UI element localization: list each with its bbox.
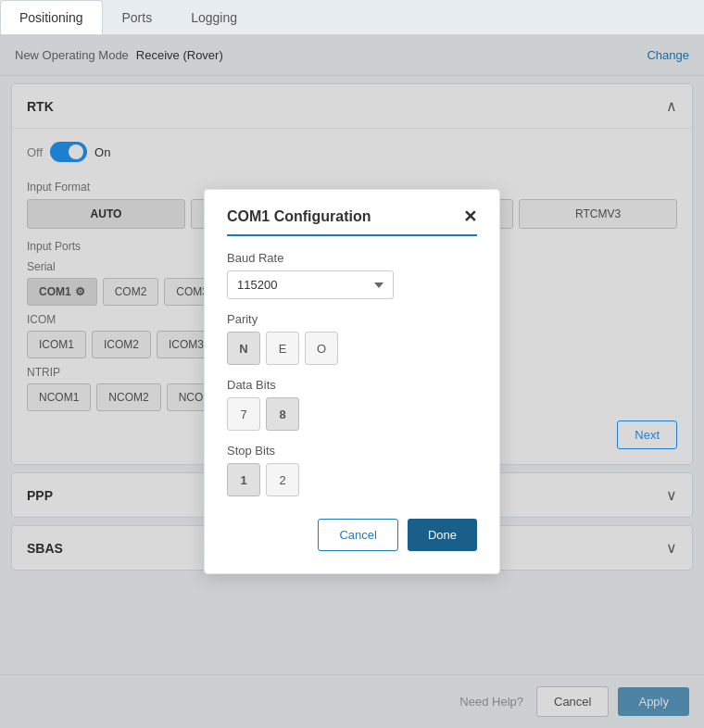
baud-rate-select[interactable]: 115200 9600 19200 38400 57600 230400 bbox=[227, 270, 394, 299]
content-area: New Operating Mode Receive (Rover) Chang… bbox=[0, 35, 704, 728]
modal-header: COM1 Configuration ✕ bbox=[227, 208, 477, 236]
parity-btn-e[interactable]: E bbox=[266, 332, 299, 365]
main-container: Positioning Ports Logging New Operating … bbox=[0, 0, 704, 728]
modal-done-button[interactable]: Done bbox=[408, 519, 477, 551]
data-bits-btn-8[interactable]: 8 bbox=[266, 397, 299, 431]
data-bits-label: Data Bits bbox=[227, 378, 477, 392]
stop-bits-btn-1[interactable]: 1 bbox=[227, 463, 260, 496]
modal-overlay: COM1 Configuration ✕ Baud Rate 115200 96… bbox=[0, 35, 704, 728]
tab-ports[interactable]: Ports bbox=[103, 0, 172, 34]
parity-btn-o[interactable]: O bbox=[305, 332, 338, 365]
parity-options: N E O bbox=[227, 332, 477, 365]
baud-rate-label: Baud Rate bbox=[227, 251, 477, 265]
data-bits-btn-7[interactable]: 7 bbox=[227, 397, 260, 431]
com1-config-modal: COM1 Configuration ✕ Baud Rate 115200 96… bbox=[204, 189, 500, 574]
tab-logging[interactable]: Logging bbox=[171, 0, 257, 34]
tab-positioning[interactable]: Positioning bbox=[0, 0, 103, 34]
stop-bits-label: Stop Bits bbox=[227, 444, 477, 458]
stop-bits-btn-2[interactable]: 2 bbox=[266, 463, 299, 496]
modal-title: COM1 Configuration bbox=[227, 208, 371, 225]
data-bits-options: 7 8 bbox=[227, 397, 477, 431]
parity-btn-n[interactable]: N bbox=[227, 332, 260, 365]
parity-label: Parity bbox=[227, 312, 477, 326]
modal-cancel-button[interactable]: Cancel bbox=[318, 519, 397, 551]
stop-bits-options: 1 2 bbox=[227, 463, 477, 496]
modal-close-button[interactable]: ✕ bbox=[463, 208, 477, 225]
tabs-bar: Positioning Ports Logging bbox=[0, 0, 704, 35]
modal-footer: Cancel Done bbox=[227, 519, 477, 551]
